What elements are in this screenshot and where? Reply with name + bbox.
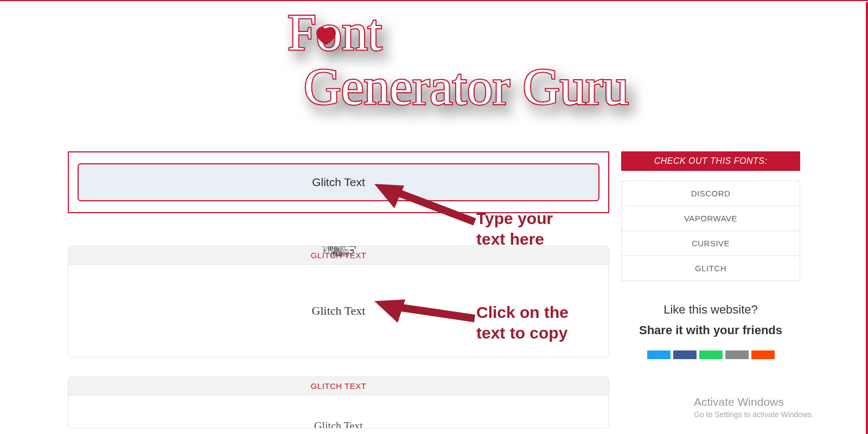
share-email[interactable] [725, 350, 749, 359]
share-twitter[interactable] [647, 350, 671, 359]
share-whatsapp[interactable] [699, 350, 723, 359]
result-card-2: GLITCH TEXT Glitch Text [68, 376, 609, 429]
windows-watermark: Activate Windows Go to Settings to activ… [694, 395, 814, 419]
input-container [68, 151, 609, 213]
watermark-title: Activate Windows [694, 395, 814, 409]
social-row [621, 350, 800, 359]
share-question: Like this website? [621, 303, 800, 317]
font-links-list: DISCORD VAPORWAVE CURSIVE GLITCH [621, 181, 800, 281]
result-body[interactable]: Glitch Text [68, 395, 609, 428]
result-header: GLITCH TEXT [68, 377, 609, 395]
sidebar-title: CHECK OUT THIS FONTS: [621, 151, 800, 171]
result-card-1: GLITCH TEXT ༄≈⌐¬-- ╔╦- ░│║╬⌠~ ⌐¬═ ┌-│╩░▒… [68, 246, 609, 358]
glitch-output-text: Glitch Text [314, 420, 363, 429]
glitch-output-text: Glitch Text [312, 304, 366, 318]
share-box: Like this website? Share it with your fr… [621, 303, 800, 359]
text-input[interactable] [78, 163, 599, 201]
font-link-vaporwave[interactable]: VAPORWAVE [622, 206, 800, 231]
glitch-noise: ༄≈⌐¬-- ╔╦- ░│║╬⌠~ ⌐¬═ ┌-│╩░▒╬║│⌡~¬╗═- -⌠… [321, 246, 356, 256]
watermark-subtitle: Go to Settings to activate Windows. [694, 410, 814, 419]
font-link-discord[interactable]: DISCORD [622, 181, 800, 206]
font-link-cursive[interactable]: CURSIVE [622, 231, 800, 256]
result-body[interactable]: ༄≈⌐¬-- ╔╦- ░│║╬⌠~ ⌐¬═ ┌-│╩░▒╬║│⌡~¬╗═- -⌠… [68, 265, 609, 357]
share-tagline: Share it with your friends [621, 323, 800, 337]
share-reddit[interactable] [751, 350, 775, 359]
logo-line2: Generator Guru [304, 58, 629, 116]
font-link-glitch[interactable]: GLITCH [622, 256, 800, 280]
share-facebook[interactable] [673, 350, 697, 359]
logo: .script { font-family: 'Brush Script MT'… [0, 1, 868, 142]
